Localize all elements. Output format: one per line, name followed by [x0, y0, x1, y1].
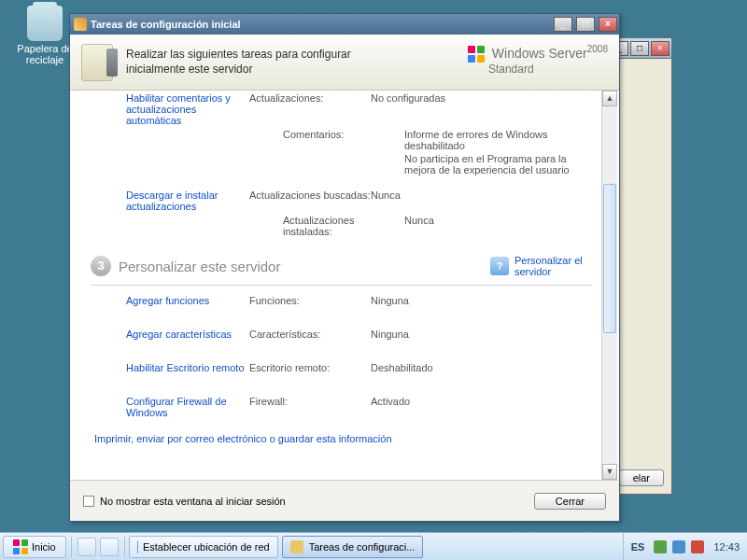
value-firewall: Activado: [371, 396, 599, 407]
header-text: Realizar las siguientes tareas para conf…: [126, 48, 388, 77]
scroll-thumb[interactable]: [603, 184, 616, 333]
task-enable-comments: Habilitar comentarios y actualizaciones …: [85, 91, 599, 128]
section-title: Personalizar este servidor: [119, 259, 280, 274]
value-searched: Nunca: [371, 189, 599, 201]
task-download-updates: Descargar e instalar actualizaciones Act…: [85, 188, 599, 214]
recycle-bin[interactable]: Papelera de reciclaje: [17, 6, 73, 65]
header-icon: [81, 44, 113, 81]
ict-icon: [290, 540, 303, 553]
link-enable-comments[interactable]: Habilitar comentarios y actualizaciones …: [126, 92, 231, 126]
task-configure-firewall: Configurar Firewall de Windows Firewall:…: [85, 394, 599, 420]
recycle-bin-icon: [27, 6, 63, 41]
window-icon: [74, 18, 87, 31]
initial-config-window: Tareas de configuración inicial _ □ × Re…: [69, 13, 620, 522]
scrollbar[interactable]: ▲ ▼: [601, 91, 617, 480]
bgwin-button[interactable]: elar: [619, 469, 664, 486]
label-firewall: Firewall:: [249, 396, 371, 407]
value-installed: Nunca: [404, 215, 599, 237]
task-enable-rdp: Habilitar Escritorio remoto Escritorio r…: [85, 360, 599, 385]
windows-flag-icon: [468, 46, 485, 63]
label-installed: Actualizaciones instaladas:: [283, 215, 404, 237]
link-customize-help[interactable]: Personalizar el servidor: [514, 255, 599, 277]
task-add-features: Agregar características Características:…: [85, 327, 599, 351]
section-number: 3: [91, 256, 111, 276]
taskbar-task-network[interactable]: Establecer ubicación de red: [129, 536, 278, 558]
label-searched: Actualizaciones buscadas:: [249, 189, 371, 201]
link-add-features[interactable]: Agregar características: [126, 329, 232, 340]
window-titlebar[interactable]: Tareas de configuración inicial _ □ ×: [70, 14, 619, 35]
help-icon: ?: [490, 257, 509, 275]
value-features: Ninguna: [371, 329, 599, 340]
link-print-email-save[interactable]: Imprimir, enviar por correo electrónico …: [94, 433, 599, 444]
link-enable-rdp[interactable]: Habilitar Escritorio remoto: [126, 362, 245, 373]
close-button[interactable]: ×: [599, 17, 617, 32]
value-rdp: Deshabilitado: [371, 362, 599, 373]
start-flag-icon: [13, 539, 28, 554]
task-add-roles: Agregar funciones Funciones: Ninguna: [85, 293, 599, 317]
bgwin-close[interactable]: ×: [651, 41, 669, 56]
bottom-bar: No mostrar esta ventana al iniciar sesió…: [70, 480, 619, 521]
start-button[interactable]: Inicio: [3, 536, 66, 558]
link-configure-firewall[interactable]: Configurar Firewall de Windows: [126, 396, 227, 418]
close-window-button[interactable]: Cerrar: [534, 493, 606, 510]
label-roles: Funciones:: [249, 295, 371, 306]
maximize-button[interactable]: □: [576, 17, 595, 32]
minimize-button[interactable]: _: [554, 17, 572, 32]
system-tray: ES 12:43: [623, 533, 747, 560]
value-comments1: Informe de errores de Windows deshabilit…: [404, 129, 599, 151]
taskbar-task-ict[interactable]: Tareas de configuraci...: [282, 536, 424, 558]
start-label: Inicio: [32, 541, 56, 553]
quick-launch-item[interactable]: [100, 538, 119, 556]
section-divider: [91, 285, 593, 286]
taskbar: Inicio Establecer ubicación de red Tarea…: [0, 532, 747, 560]
value-roles: Ninguna: [371, 295, 599, 306]
tray-alert-icon[interactable]: [691, 540, 704, 553]
link-download-updates[interactable]: Descargar e instalar actualizaciones: [126, 189, 218, 212]
bgwin-maximize[interactable]: □: [630, 41, 649, 56]
quick-launch: [74, 538, 122, 556]
brand-logo: Windows Server2008 Standard: [468, 44, 608, 76]
taskbar-separator: [71, 537, 72, 557]
value-updates: No configuradas: [371, 92, 599, 104]
label-comments: Comentarios:: [283, 129, 404, 151]
quick-launch-item[interactable]: [78, 538, 96, 556]
language-indicator[interactable]: ES: [631, 541, 645, 553]
label-dont-show: No mostrar esta ventana al iniciar sesió…: [100, 496, 286, 507]
label-rdp: Escritorio remoto:: [249, 362, 371, 373]
scroll-up[interactable]: ▲: [602, 91, 617, 106]
value-comments2: No participa en el Programa para la mejo…: [404, 153, 599, 175]
label-features: Características:: [249, 329, 371, 340]
link-add-roles[interactable]: Agregar funciones: [126, 295, 209, 306]
window-title: Tareas de configuración inicial: [91, 19, 550, 30]
checkbox-dont-show[interactable]: [83, 496, 94, 507]
content-area: Habilitar comentarios y actualizaciones …: [85, 91, 617, 480]
label-updates: Actualizaciones:: [249, 92, 371, 104]
section-customize: 3 Personalizar este servidor ? Personali…: [91, 255, 599, 277]
recycle-bin-label: Papelera de reciclaje: [17, 43, 73, 65]
header-band: Realizar las siguientes tareas para conf…: [70, 35, 619, 91]
clock[interactable]: 12:43: [713, 541, 740, 553]
scroll-down[interactable]: ▼: [602, 464, 617, 480]
tray-network-icon[interactable]: [672, 540, 685, 553]
tray-icon[interactable]: [654, 540, 667, 553]
taskbar-separator: [124, 537, 125, 557]
